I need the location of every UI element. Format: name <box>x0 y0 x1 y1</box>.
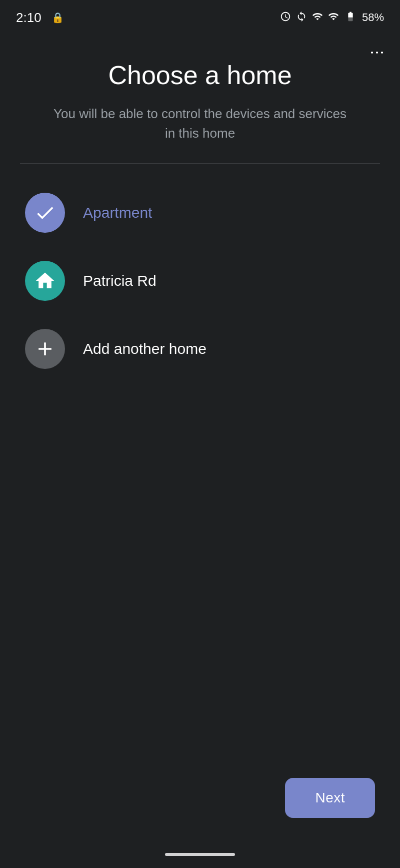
status-bar: 2:10 🔒 <box>0 0 400 30</box>
battery-icon <box>344 11 357 25</box>
add-home-icon-circle <box>25 329 65 369</box>
status-icons: 58% <box>280 11 384 25</box>
apartment-icon-circle <box>25 193 65 233</box>
divider <box>20 163 380 164</box>
page-title: Choose a home <box>108 60 292 90</box>
status-time: 2:10 <box>16 10 42 26</box>
next-button-container: Next <box>285 778 375 818</box>
home-list: Apartment Patricia Rd Add another home <box>20 179 380 383</box>
home-item-patricia-rd[interactable]: Patricia Rd <box>20 247 380 315</box>
home-item-apartment[interactable]: Apartment <box>20 179 380 247</box>
battery-percent: 58% <box>362 11 384 24</box>
plus-icon <box>34 338 56 360</box>
checkmark-icon <box>34 202 56 224</box>
home-item-add-home[interactable]: Add another home <box>20 315 380 383</box>
apartment-label: Apartment <box>83 204 152 221</box>
house-icon <box>34 270 56 292</box>
page-subtitle: You will be able to control the devices … <box>50 104 350 143</box>
add-home-label: Add another home <box>83 340 206 357</box>
lock-icon: 🔒 <box>52 12 64 24</box>
main-content: Choose a home You will be able to contro… <box>0 30 400 383</box>
wifi-icon <box>312 11 323 25</box>
patricia-icon-circle <box>25 261 65 301</box>
sync-icon <box>296 11 307 25</box>
alarm-icon <box>280 11 291 25</box>
more-menu-button[interactable]: ⋮ <box>370 45 385 61</box>
next-button[interactable]: Next <box>285 778 375 818</box>
bottom-nav-indicator <box>165 853 235 856</box>
signal-icon <box>328 11 339 25</box>
patricia-rd-label: Patricia Rd <box>83 272 156 289</box>
